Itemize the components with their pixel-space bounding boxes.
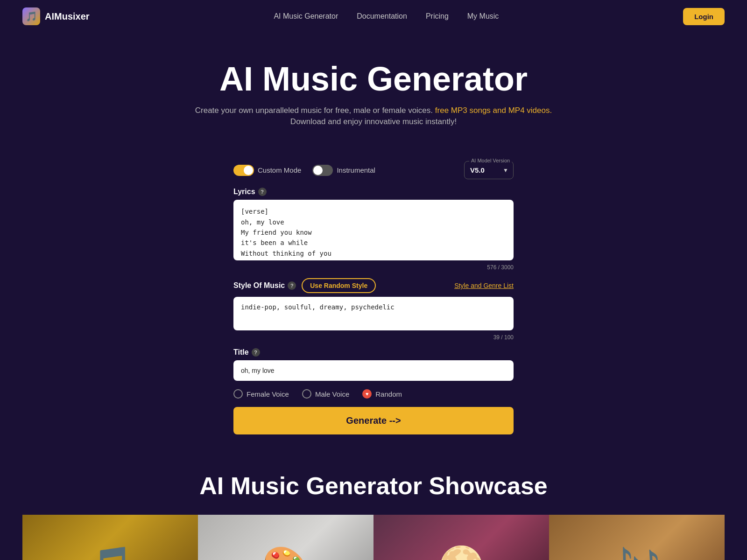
hero-sub2: Download and enjoy innovative music inst…	[9, 117, 738, 126]
logo-text: AIMusixer	[45, 11, 90, 22]
instrumental-toggle[interactable]	[312, 165, 333, 176]
random-voice-label: Random	[375, 390, 402, 398]
custom-mode-toggle-item: Custom Mode	[233, 165, 301, 176]
hero-subtitle-highlight: free MP3 songs and MP4 videos.	[435, 106, 552, 115]
ai-model-label: AI Model Version	[469, 158, 512, 163]
custom-mode-toggle[interactable]	[233, 165, 254, 176]
male-voice-option[interactable]: Male Voice	[302, 389, 349, 399]
toggles-row: Custom Mode Instrumental AI Model Versio…	[233, 161, 514, 179]
generate-button[interactable]: Generate -->	[233, 407, 514, 434]
title-help-icon[interactable]: ?	[252, 348, 260, 357]
showcase-grid: 🎵 🎨 🌕 🎶	[22, 515, 725, 560]
custom-mode-thumb	[244, 166, 253, 175]
style-genre-link[interactable]: Style and Genre List	[454, 282, 514, 289]
hero-subtitle: Create your own unparalleled music for f…	[9, 106, 738, 115]
showcase-section: AI Music Generator Showcase 🎵 🎨 🌕 🎶	[0, 462, 747, 560]
voice-row: Female Voice Male Voice Random	[233, 389, 514, 399]
showcase-card-4: 🎶	[549, 515, 725, 560]
random-style-button[interactable]: Use Random Style	[302, 278, 376, 293]
logo-icon: 🎵	[22, 7, 40, 25]
male-voice-radio	[302, 389, 311, 399]
nav-documentation[interactable]: Documentation	[357, 12, 407, 20]
style-help-icon[interactable]: ?	[288, 281, 296, 290]
instrumental-thumb	[313, 166, 323, 175]
logo[interactable]: 🎵 AIMusixer	[22, 7, 90, 25]
random-voice-radio	[362, 389, 372, 399]
female-voice-label: Female Voice	[247, 390, 289, 398]
lyrics-textarea[interactable]: [verse] oh, my love My friend you know i…	[233, 200, 514, 260]
showcase-card-3: 🌕	[374, 515, 549, 560]
style-char-count: 39 / 100	[233, 334, 514, 341]
lyrics-label-text: Lyrics	[233, 188, 255, 196]
title-input[interactable]	[233, 360, 514, 381]
ai-model-select-wrap: AI Model Version V5.0 V4.0 V3.0 ▼	[464, 161, 514, 179]
style-field-label: Style Of Music ?	[233, 281, 296, 290]
female-voice-option[interactable]: Female Voice	[233, 389, 289, 399]
style-row-left: Style Of Music ? Use Random Style	[233, 278, 376, 293]
navbar: 🎵 AIMusixer AI Music Generator Documenta…	[0, 0, 747, 33]
male-voice-label: Male Voice	[315, 390, 349, 398]
hero-title: AI Music Generator	[9, 61, 738, 98]
title-field-label: Title ?	[233, 348, 514, 357]
lyrics-help-icon[interactable]: ?	[258, 188, 267, 196]
hero-section: AI Music Generator Create your own unpar…	[0, 33, 747, 147]
hero-subtitle-plain: Create your own unparalleled music for f…	[195, 106, 433, 115]
style-label-text: Style Of Music	[233, 281, 285, 290]
showcase-card-1: 🎵	[22, 515, 198, 560]
showcase-card-2: 🎨	[198, 515, 374, 560]
login-button[interactable]: Login	[683, 8, 725, 25]
style-row: Style Of Music ? Use Random Style Style …	[233, 278, 514, 293]
lyrics-field-label: Lyrics ?	[233, 188, 514, 196]
showcase-title: AI Music Generator Showcase	[22, 472, 725, 500]
nav-my-music[interactable]: My Music	[467, 12, 499, 20]
ai-model-select[interactable]: V5.0 V4.0 V3.0	[470, 163, 507, 177]
random-voice-option[interactable]: Random	[362, 389, 402, 399]
female-voice-radio	[233, 389, 243, 399]
music-form: Custom Mode Instrumental AI Model Versio…	[224, 161, 523, 462]
title-label-text: Title	[233, 348, 249, 357]
custom-mode-label: Custom Mode	[258, 166, 301, 174]
instrumental-toggle-item: Instrumental	[312, 165, 375, 176]
toggles-left: Custom Mode Instrumental	[233, 165, 375, 176]
nav-ai-music[interactable]: AI Music Generator	[274, 12, 338, 20]
style-textarea[interactable]: indie-pop, soulful, dreamy, psychedelic	[233, 297, 514, 330]
nav-pricing[interactable]: Pricing	[426, 12, 449, 20]
lyrics-char-count: 576 / 3000	[233, 264, 514, 271]
nav-links: AI Music Generator Documentation Pricing…	[274, 12, 499, 21]
instrumental-label: Instrumental	[337, 166, 375, 174]
